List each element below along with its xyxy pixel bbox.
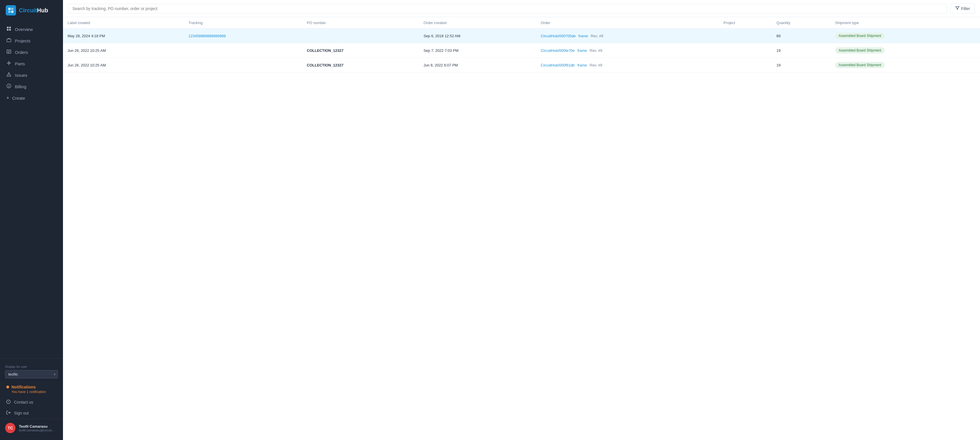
cell-po-number: COLLECTION_12327	[302, 58, 419, 72]
frame-link[interactable]: frame	[577, 48, 587, 53]
orders-icon	[6, 49, 11, 55]
table-header-row: Label created Tracking PO number Order c…	[63, 17, 980, 29]
frame-link[interactable]: frame	[578, 34, 588, 38]
col-label-created: Label created	[63, 17, 184, 29]
sidebar-item-overview[interactable]: Overview	[0, 24, 63, 35]
cell-shipment-type: Assembled Board Shipment	[830, 58, 980, 72]
po-number-text: COLLECTION_12327	[307, 63, 344, 67]
svg-rect-1	[11, 8, 13, 10]
cell-order-created: Jun 8, 2022 6:07 PM	[419, 58, 536, 72]
sidebar-item-issues-label: Issues	[15, 73, 27, 78]
cell-tracking	[184, 43, 302, 58]
shipment-type-badge: Assembled Board Shipment	[835, 47, 885, 54]
svg-rect-8	[7, 39, 11, 42]
user-info: Teofil Camarasu teofil.camarasu@circuith…	[19, 424, 56, 432]
sidebar-item-billing[interactable]: $ Billing	[0, 81, 63, 92]
display-for-user-label: Display for user	[5, 365, 58, 368]
cell-tracking	[184, 58, 302, 72]
topbar: Filter	[63, 0, 980, 17]
filter-label: Filter	[961, 6, 970, 11]
logo-text: CircuitHub	[19, 7, 48, 14]
user-select[interactable]: teofilc	[5, 370, 58, 378]
sign-out-button[interactable]: Sign out	[0, 408, 63, 419]
frame-link[interactable]: frame	[577, 63, 587, 67]
user-profile[interactable]: TC Teofil Camarasu teofil.camarasu@circu…	[0, 419, 63, 437]
sidebar-bottom: Display for user teofilc ▾ Notifications…	[0, 359, 63, 440]
svg-rect-2	[8, 11, 11, 13]
logo-icon	[6, 5, 16, 16]
svg-rect-6	[7, 29, 9, 31]
parts-icon	[6, 61, 11, 67]
logo[interactable]: CircuitHub	[0, 0, 63, 21]
cell-quantity: 19	[772, 58, 830, 72]
sidebar-item-projects[interactable]: Projects	[0, 35, 63, 46]
sidebar-item-parts-label: Parts	[15, 61, 25, 66]
notifications-title: Notifications	[6, 385, 57, 389]
main-content: Filter Label created Tracking PO number …	[63, 0, 980, 440]
notifications-subtitle: You have 1 notification	[6, 390, 57, 394]
cell-order: CircuitHub/000705de frame Rev. #9	[536, 29, 719, 43]
sidebar-item-overview-label: Overview	[15, 27, 33, 32]
cell-order-created: Sep 6, 2018 12:52 AM	[419, 29, 536, 43]
sidebar-item-orders[interactable]: Orders	[0, 46, 63, 58]
nav-items: Overview Projects Orders Parts Issues	[0, 21, 63, 359]
issues-icon	[6, 72, 11, 78]
user-email: teofil.camarasu@circuithu...	[19, 429, 56, 432]
sidebar-item-orders-label: Orders	[15, 50, 28, 55]
avatar: TC	[5, 423, 16, 433]
col-quantity: Quantity	[772, 17, 830, 29]
cell-label-created: May 28, 2024 4:18 PM	[63, 29, 184, 43]
billing-icon: $	[6, 84, 11, 89]
search-input[interactable]	[68, 4, 947, 13]
shipment-type-badge: Assembled Board Shipment	[835, 33, 885, 39]
overview-icon	[6, 26, 11, 32]
sidebar-item-parts[interactable]: Parts	[0, 58, 63, 69]
tracking-link[interactable]: 123458989898989989	[189, 34, 226, 38]
rev-text: Rev. #9	[590, 63, 602, 67]
sidebar: CircuitHub Overview Projects Orders P	[0, 0, 63, 440]
svg-rect-7	[9, 29, 11, 31]
cell-order-created: Sep 7, 2022 7:03 PM	[419, 43, 536, 58]
table-row[interactable]: May 28, 2024 4:18 PM 123458989898989989 …	[63, 29, 980, 43]
rev-text: Rev. #9	[590, 48, 602, 53]
table-row[interactable]: Jun 26, 2022 10:25 AM COLLECTION_12327 S…	[63, 43, 980, 58]
filter-button[interactable]: Filter	[951, 3, 975, 13]
table-row[interactable]: Jun 26, 2022 10:25 AM COLLECTION_12327 J…	[63, 58, 980, 72]
order-link[interactable]: CircuitHub/000fe70e	[541, 48, 575, 53]
col-order-created: Order created	[419, 17, 536, 29]
filter-icon	[955, 6, 959, 11]
cell-project	[719, 58, 772, 72]
cell-project	[719, 29, 772, 43]
cell-shipment-type: Assembled Board Shipment	[830, 43, 980, 58]
cell-label-created: Jun 26, 2022 10:25 AM	[63, 58, 184, 72]
svg-rect-0	[8, 8, 11, 10]
svg-rect-5	[9, 27, 11, 29]
cell-order: CircuitHub/000fe70e frame Rev. #9	[536, 43, 719, 58]
cell-quantity: 19	[772, 43, 830, 58]
table-container: Label created Tracking PO number Order c…	[63, 17, 980, 440]
contact-us-label: Contact us	[14, 400, 33, 405]
sidebar-item-issues[interactable]: Issues	[0, 69, 63, 81]
sidebar-item-billing-label: Billing	[15, 84, 26, 89]
order-link[interactable]: CircuitHub/000705de	[541, 34, 576, 38]
rev-text: Rev. #9	[591, 34, 603, 38]
contact-us-button[interactable]: Contact us	[0, 397, 63, 408]
sign-out-label: Sign out	[14, 411, 29, 415]
cell-po-number	[302, 29, 419, 43]
order-link[interactable]: CircuitHub/000f61db	[541, 63, 575, 67]
cell-label-created: Jun 26, 2022 10:25 AM	[63, 43, 184, 58]
col-project: Project	[719, 17, 772, 29]
cell-quantity: 89	[772, 29, 830, 43]
svg-rect-3	[11, 11, 13, 13]
cell-po-number: COLLECTION_12327	[302, 43, 419, 58]
shipments-table: Label created Tracking PO number Order c…	[63, 17, 980, 72]
display-for-user-section: Display for user teofilc ▾	[0, 362, 63, 382]
col-tracking: Tracking	[184, 17, 302, 29]
col-shipment-type: Shipment type	[830, 17, 980, 29]
cell-order: CircuitHub/000f61db frame Rev. #9	[536, 58, 719, 72]
shipment-type-badge: Assembled Board Shipment	[835, 62, 885, 68]
col-order: Order	[536, 17, 719, 29]
notifications-item[interactable]: Notifications You have 1 notification	[0, 382, 63, 397]
user-name: Teofil Camarasu	[19, 424, 56, 429]
create-button[interactable]: + Create	[0, 92, 63, 104]
